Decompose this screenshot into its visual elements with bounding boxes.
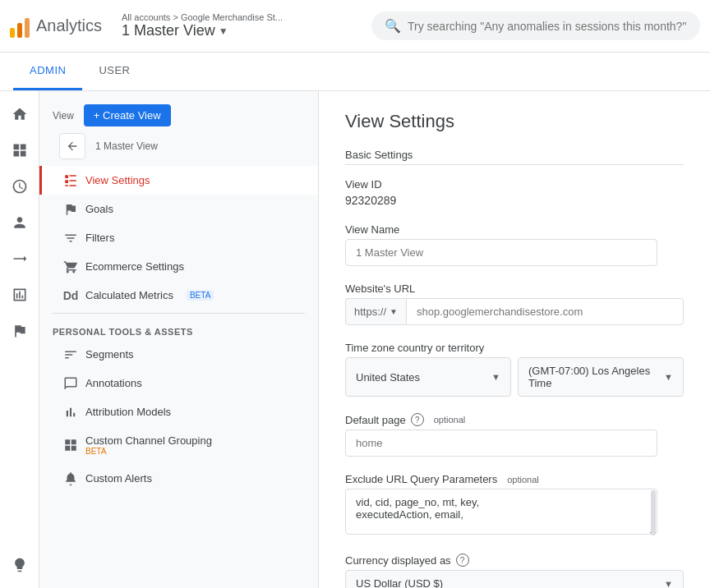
default-page-help-icon[interactable]: ? [411,413,424,426]
create-view-button[interactable]: + Create View [84,104,171,126]
currency-group: Currency displayed as ? US Dollar (USD $… [345,554,684,588]
sidebar-icon-conversions[interactable] [3,315,36,347]
account-path: All accounts > Google Merchandise St... [122,12,283,22]
calculated-metrics-label: Calculated Metrics [85,289,173,301]
ecommerce-label: Ecommerce Settings [85,260,184,273]
textarea-scrollbar [651,490,656,535]
nav-item-ecommerce[interactable]: Ecommerce Settings [39,252,318,281]
svg-rect-5 [70,185,76,186]
view-name-input[interactable] [345,239,657,266]
account-view-selector[interactable]: 1 Master View ▼ [122,22,283,39]
search-bar[interactable]: 🔍 [371,11,700,40]
website-url-label: Website's URL [345,283,684,295]
nav-divider [53,313,305,314]
view-settings-label: View Settings [85,174,150,186]
sidebar-icon-home[interactable] [3,98,36,131]
personal-section-header: PERSONAL TOOLS & ASSETS [39,317,318,340]
sidebar-icons [0,91,39,588]
url-main-input[interactable] [406,298,684,325]
search-icon: 🔍 [385,18,401,34]
default-page-label: Default page ? optional [345,413,684,426]
exclude-url-group: Exclude URL Query Parameters optional vi… [345,473,684,537]
svg-rect-3 [70,180,76,181]
sidebar-icon-bulb[interactable] [3,549,36,581]
nav-item-goals[interactable]: Goals [39,195,318,223]
logo: Analytics [10,15,102,38]
nav-item-filters[interactable]: Filters [39,223,318,252]
view-label: View [53,110,74,122]
sidebar-icon-acquisition[interactable] [3,242,36,275]
nav-item-view-settings[interactable]: View Settings [39,166,318,195]
default-page-optional: optional [434,415,466,425]
calculated-metrics-beta: BETA [187,290,214,301]
timezone-country-dropdown-icon: ▼ [491,372,500,382]
attribution-label: Attribution Models [85,406,171,418]
nav-item-custom-alerts[interactable]: Custom Alerts [39,464,318,493]
account-view-dropdown-icon: ▼ [219,25,228,37]
filters-label: Filters [85,232,114,244]
account-view-label: 1 Master View [122,22,215,39]
url-prefix[interactable]: https:// ▼ [345,298,406,325]
currency-value: US Dollar (USD $) [356,577,443,588]
back-button[interactable] [59,133,85,159]
timezone-tz-value: (GMT-07:00) Los Angeles Time [528,365,664,389]
url-prefix-dropdown-icon: ▼ [390,307,398,316]
view-name-group: View Name [345,223,684,266]
right-panel: View Settings Basic Settings View ID 923… [319,91,710,588]
goals-label: Goals [85,203,113,215]
annotations-icon [62,375,79,392]
sidebar-icon-realtime[interactable] [3,170,36,203]
timezone-select-group: United States ▼ (GMT-07:00) Los Angeles … [345,357,684,397]
timezone-country-value: United States [356,371,420,384]
sidebar-icon-dashboard[interactable] [3,134,36,167]
nav-item-channel-grouping[interactable]: Custom Channel Grouping BETA [39,426,318,464]
segments-icon [62,347,79,363]
view-id-label: View ID [345,178,684,191]
timezone-country-select[interactable]: United States ▼ [345,357,511,397]
default-page-group: Default page ? optional [345,413,684,457]
nav-item-attribution[interactable]: Attribution Models [39,397,318,426]
default-page-input[interactable] [345,430,657,457]
svg-rect-1 [70,175,76,177]
exclude-url-wrapper: vid, cid, page_no, mt, key, executedActi… [345,489,657,537]
timezone-tz-dropdown-icon: ▼ [664,372,673,382]
timezone-group: Time zone country or territory United St… [345,342,684,397]
topbar: Analytics All accounts > Google Merchand… [0,0,710,53]
goals-icon [62,201,79,218]
currency-label: Currency displayed as ? [345,554,684,567]
website-url-group: Website's URL https:// ▼ [345,283,684,325]
view-name: 1 Master View [85,140,158,152]
tab-user[interactable]: USER [82,53,146,90]
svg-rect-2 [65,180,68,183]
nav-item-calculated-metrics[interactable]: Dd Calculated Metrics BETA [39,281,318,310]
nav-item-segments[interactable]: Segments [39,340,318,369]
segments-label: Segments [85,348,134,361]
logo-icon [10,15,30,38]
custom-alerts-icon [62,471,79,487]
ecommerce-icon [62,259,79,275]
nav-item-annotations[interactable]: Annotations [39,369,318,397]
tab-admin[interactable]: ADMIN [13,53,82,90]
annotations-label: Annotations [85,377,142,389]
svg-rect-4 [65,185,68,186]
timezone-label: Time zone country or territory [345,342,684,354]
svg-rect-0 [65,175,68,178]
sidebar-icon-audience[interactable] [3,206,36,239]
attribution-icon [62,404,79,420]
search-input[interactable] [408,20,687,33]
currency-help-icon[interactable]: ? [456,554,469,567]
basic-settings-section: Basic Settings [345,149,684,165]
panel-title: View Settings [345,111,684,132]
url-input-group: https:// ▼ [345,298,684,325]
currency-select[interactable]: US Dollar (USD $) ▼ [345,570,684,588]
exclude-url-textarea[interactable]: vid, cid, page_no, mt, key, executedActi… [345,489,657,535]
timezone-tz-select[interactable]: (GMT-07:00) Los Angeles Time ▼ [518,357,684,397]
sidebar-icon-behavior[interactable] [3,278,36,311]
view-id-group: View ID 92320289 [345,178,684,207]
main-content: View + Create View 1 Master View View Se… [0,91,710,588]
channel-grouping-label: Custom Channel Grouping BETA [85,434,212,456]
custom-alerts-label: Custom Alerts [85,472,152,485]
view-id-value: 92320289 [345,194,684,207]
logo-bar-1 [10,28,15,38]
filters-icon [62,230,79,246]
